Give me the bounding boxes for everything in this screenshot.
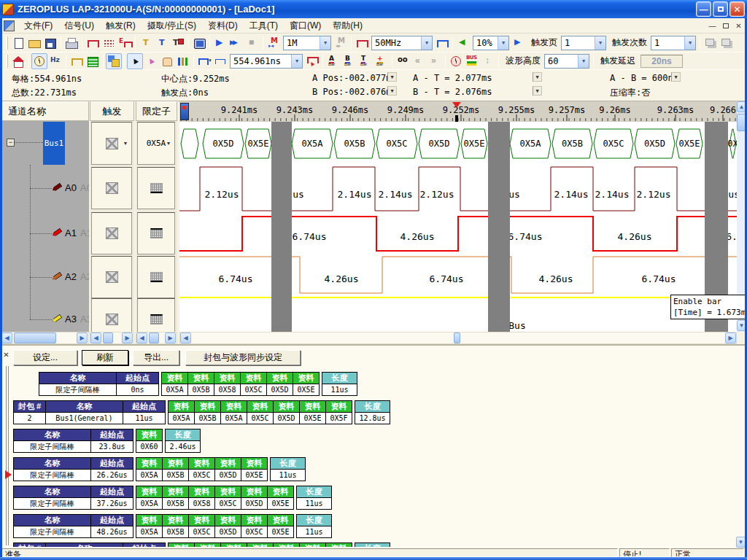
packet-table-0[interactable]: 名称起始点限定子间隔棒0ns资料资料资料资料资料资料0X5A0X5B0X580X…: [39, 372, 357, 396]
run-icon[interactable]: [212, 35, 228, 51]
goto-trigger-icon[interactable]: [180, 103, 189, 120]
menu-item-7[interactable]: 帮助(H): [327, 18, 368, 34]
probe-plus-icon[interactable]: [170, 35, 186, 51]
panel-close-icon[interactable]: ✕: [1, 350, 11, 359]
scroll-left-icon[interactable]: ◀: [1, 332, 12, 343]
pen-color-icon[interactable]: [52, 272, 63, 281]
pen-color-icon[interactable]: [52, 228, 63, 238]
b-pos-dropdown[interactable]: ▼: [387, 86, 397, 96]
bus-icon-icon[interactable]: [464, 53, 480, 69]
stack-a-icon[interactable]: [703, 35, 719, 51]
timer-red-icon[interactable]: [448, 53, 464, 69]
edit-cell[interactable]: [91, 167, 132, 209]
refresh-button[interactable]: 刷新: [82, 350, 128, 365]
channel-row-A2[interactable]: A2A2: [1, 256, 89, 298]
zoom-out-arrow-icon[interactable]: [455, 35, 471, 51]
channel-row-A1[interactable]: A1A1: [1, 212, 89, 254]
menu-item-0[interactable]: 文件(F): [18, 18, 58, 34]
edit-cell[interactable]: 0X5A▼: [137, 122, 175, 165]
dropdown-icon[interactable]: ▼: [421, 36, 432, 50]
packet-table-1[interactable]: 封包 #名称起始点2Bus1(General)11us资料资料资料资料资料资料资…: [13, 400, 390, 424]
run-repeat-icon[interactable]: [228, 35, 244, 51]
save-icon[interactable]: [42, 35, 58, 51]
dropdown-icon[interactable]: ▼: [291, 55, 302, 68]
dont-care-box[interactable]: [106, 314, 118, 325]
menu-item-3[interactable]: 摄取/停止(S): [142, 18, 202, 34]
depth-in-icon[interactable]: [266, 35, 282, 51]
home-icon[interactable]: [10, 53, 26, 69]
new-icon[interactable]: [10, 35, 26, 51]
dont-care-box[interactable]: [106, 271, 118, 283]
pen-color-icon[interactable]: [52, 314, 63, 324]
dropdown-icon[interactable]: ▼: [578, 55, 589, 68]
qualifier-state-box[interactable]: [150, 228, 163, 238]
zigzag-icon[interactable]: [212, 53, 228, 69]
splitter[interactable]: [6, 366, 7, 545]
mdi-restore-button[interactable]: [719, 20, 732, 31]
packet-wave-sync-button[interactable]: 封包与波形同步设定: [185, 350, 301, 365]
stack-b-icon[interactable]: [719, 35, 735, 51]
scroll-thumb[interactable]: [14, 332, 56, 343]
edit-cell[interactable]: [91, 298, 132, 332]
scroll-right-icon[interactable]: ▶: [725, 332, 736, 343]
toolbar-handle[interactable]: [6, 55, 8, 68]
dropdown-icon[interactable]: ▼: [595, 36, 605, 50]
menu-item-5[interactable]: 工具(T): [244, 18, 284, 34]
jump-left-icon[interactable]: [411, 53, 427, 69]
bus1-channel-item[interactable]: Bus1: [43, 122, 65, 165]
dropdown-icon[interactable]: ▼: [121, 139, 130, 149]
capture-e-icon[interactable]: [117, 35, 133, 51]
hand-icon[interactable]: [159, 53, 175, 69]
scroll-right-icon[interactable]: ▶: [77, 332, 88, 343]
scroll-left-icon[interactable]: ◀: [180, 332, 191, 343]
export-button[interactable]: 导出...: [133, 350, 179, 365]
edit-cell[interactable]: [137, 298, 175, 332]
dont-care-box[interactable]: [106, 182, 118, 194]
scroll-thumb[interactable]: [149, 332, 159, 343]
edit-cell[interactable]: [137, 212, 175, 254]
sample-rate-combo[interactable]: 50MHz▼: [371, 36, 433, 50]
channel-row-A0[interactable]: A0A0: [1, 167, 89, 209]
cursor-icon[interactable]: [127, 53, 143, 69]
histogram-icon[interactable]: [175, 53, 191, 69]
edit-cell[interactable]: [137, 256, 175, 298]
cursor-pink-icon[interactable]: [143, 53, 159, 69]
waveform-area[interactable]: 9.241ms9.243ms9.246ms9.249ms9.252ms9.255…: [179, 101, 737, 332]
scroll-right-icon[interactable]: ▶: [165, 332, 176, 343]
channel-row-A3[interactable]: A3A3: [1, 298, 89, 332]
sample-depth-combo[interactable]: 1M▼: [283, 36, 331, 50]
pen-color-icon[interactable]: [52, 183, 63, 192]
a-b-dropdown[interactable]: ▼: [671, 72, 681, 82]
bar-t-icon[interactable]: [357, 53, 374, 69]
rate-red-icon[interactable]: [354, 35, 370, 51]
scroll-thumb[interactable]: [103, 332, 113, 343]
grid-green-icon[interactable]: [85, 53, 101, 69]
capture-dots-icon[interactable]: [101, 35, 117, 51]
trigger-count-combo[interactable]: 1▼: [651, 36, 696, 50]
enable-bar-disabled-region[interactable]: [271, 122, 292, 332]
edit-cell[interactable]: [91, 256, 132, 298]
depth-out-icon[interactable]: [333, 35, 349, 51]
edit-cell[interactable]: ▼: [91, 122, 132, 165]
bar-plus-icon[interactable]: [374, 53, 390, 69]
dont-care-box[interactable]: [106, 138, 118, 149]
probe-a-icon[interactable]: [138, 35, 154, 51]
edit-cell[interactable]: [137, 167, 175, 209]
clock-icon[interactable]: [31, 53, 47, 69]
scroll-thumb[interactable]: [454, 332, 460, 343]
edit-cell[interactable]: [91, 212, 132, 254]
stop-icon[interactable]: [244, 35, 260, 51]
dropdown-icon[interactable]: ▼: [164, 139, 173, 149]
settings-button[interactable]: 设定...: [13, 350, 77, 365]
probe-t-icon[interactable]: [154, 35, 170, 51]
a-t-dropdown[interactable]: ▼: [533, 72, 542, 82]
jump-right-icon[interactable]: [427, 53, 443, 69]
qualifier-state-box[interactable]: [150, 183, 163, 193]
close-button[interactable]: ✕: [729, 1, 745, 17]
menu-item-6[interactable]: 窗口(W): [284, 18, 327, 34]
tree-collapse-icon[interactable]: −: [7, 139, 15, 147]
hz-icon[interactable]: [47, 53, 63, 69]
b-t-dropdown[interactable]: ▼: [533, 86, 542, 96]
wave-select-icon[interactable]: [196, 53, 212, 69]
sync-icon[interactable]: [480, 53, 496, 69]
